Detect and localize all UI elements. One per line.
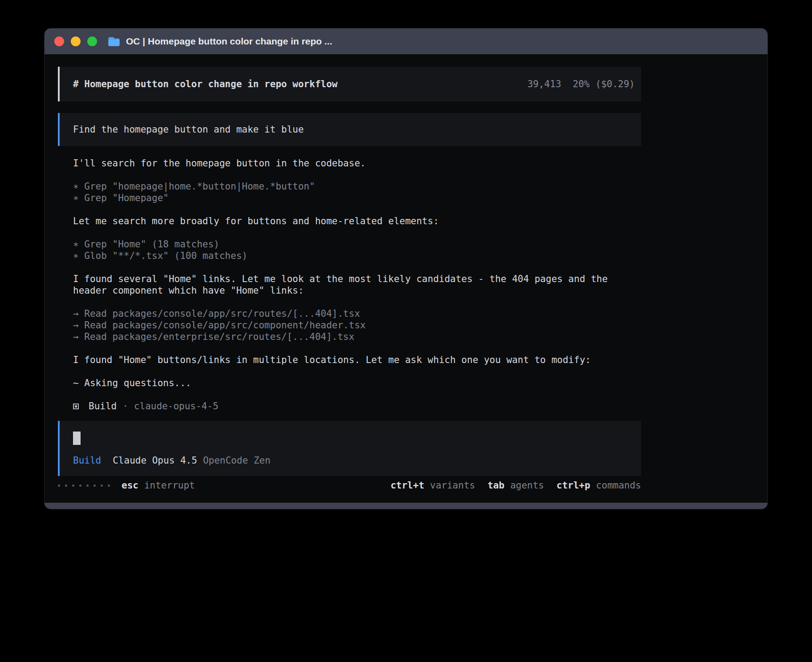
agent-name: Build xyxy=(89,400,117,412)
session-title: # Homepage button color change in repo w… xyxy=(73,78,337,90)
tool-call-read: → Read packages/console/app/src/routes/[… xyxy=(73,308,641,319)
assistant-status-text: ~ Asking questions... xyxy=(73,377,641,389)
esc-key-hint: esc xyxy=(122,480,138,491)
minimize-button[interactable] xyxy=(71,36,81,46)
token-count: 39,413 xyxy=(528,79,561,89)
agent-icon xyxy=(73,404,79,409)
user-message: Find the homepage button and make it blu… xyxy=(58,113,641,146)
tool-call-grep: ∗ Grep "Homepage" xyxy=(73,192,641,204)
session-cost: ($0.29) xyxy=(595,79,635,89)
window-bottom-edge xyxy=(45,503,767,509)
tool-call-read: → Read packages/console/app/src/componen… xyxy=(73,319,641,331)
traffic-lights xyxy=(54,36,97,46)
user-message-text: Find the homepage button and make it blu… xyxy=(73,124,304,135)
titlebar[interactable]: OC | Homepage button color change in rep… xyxy=(45,28,767,54)
text-cursor xyxy=(73,432,81,445)
status-bar: esc interrupt ctrl+tvariants tabagents c… xyxy=(58,480,641,491)
shortcut-commands: ctrl+pcommands xyxy=(556,480,641,491)
tool-call-group: ∗ Grep "Home" (18 matches) ∗ Glob "**/*.… xyxy=(73,238,641,262)
model-provider: OpenCode Zen xyxy=(203,455,271,466)
window-title: OC | Homepage button color change in rep… xyxy=(126,36,332,47)
separator-dot: · xyxy=(122,400,128,412)
assistant-text: I'll search for the homepage button in t… xyxy=(73,157,641,169)
tool-call-grep: ∗ Grep "Home" (18 matches) xyxy=(73,238,641,250)
agent-status: Build · claude-opus-4-5 xyxy=(73,400,641,412)
context-percent: 20% xyxy=(573,79,590,89)
close-button[interactable] xyxy=(54,36,64,46)
prompt-input[interactable]: BuildClaude Opus 4.5OpenCode Zen xyxy=(58,421,641,476)
spinner xyxy=(58,484,110,487)
tool-call-group: → Read packages/console/app/src/routes/[… xyxy=(73,308,641,343)
assistant-text: I found "Home" buttons/links in multiple… xyxy=(73,354,641,366)
session-header: # Homepage button color change in repo w… xyxy=(58,67,641,101)
folder-icon xyxy=(108,36,120,47)
terminal-content: # Homepage button color change in repo w… xyxy=(45,54,767,503)
shortcut-agents: tabagents xyxy=(487,480,544,491)
shortcut-variants: ctrl+tvariants xyxy=(390,480,475,491)
tool-call-grep: ∗ Grep "homepage|home.*button|Home.*butt… xyxy=(73,181,641,192)
esc-label: interrupt xyxy=(144,480,195,491)
assistant-message: I'll search for the homepage button in t… xyxy=(58,157,641,412)
tool-call-glob: ∗ Glob "**/*.tsx" (100 matches) xyxy=(73,250,641,262)
tool-call-group: ∗ Grep "homepage|home.*button|Home.*butt… xyxy=(73,181,641,204)
zoom-button[interactable] xyxy=(87,36,97,46)
agent-mode[interactable]: Build xyxy=(73,455,101,466)
assistant-text: I found several "Home" links. Let me loo… xyxy=(73,273,641,296)
assistant-text: Let me search more broadly for buttons a… xyxy=(73,215,641,227)
agent-model: claude-opus-4-5 xyxy=(134,400,219,412)
session-stats: 39,41320%($0.29) xyxy=(528,78,635,90)
tool-call-read: → Read packages/enterprise/src/routes/[.… xyxy=(73,331,641,343)
model-name[interactable]: Claude Opus 4.5 xyxy=(113,455,197,466)
terminal-window: OC | Homepage button color change in rep… xyxy=(45,28,767,509)
